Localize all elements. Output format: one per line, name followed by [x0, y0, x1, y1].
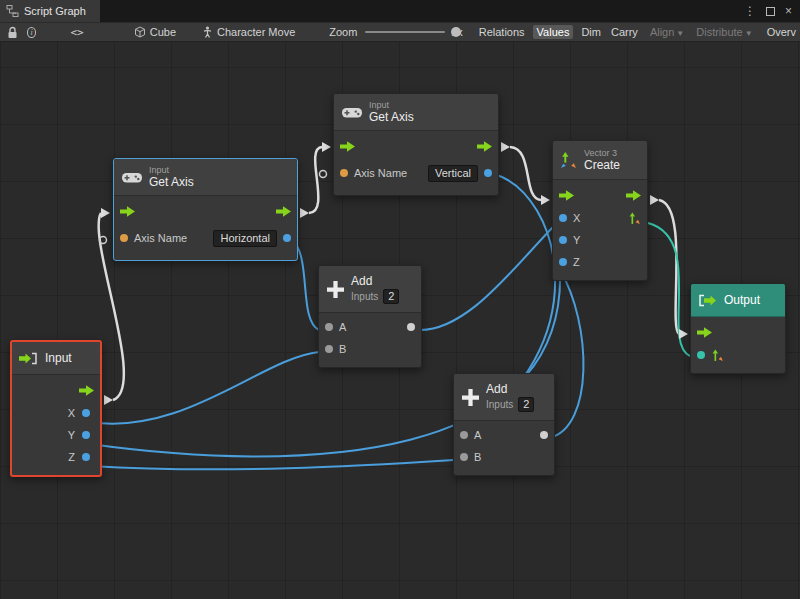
z-port[interactable]: [559, 258, 567, 266]
titlebar-spacer: [100, 0, 744, 22]
row-label: B: [339, 343, 346, 355]
string-port[interactable]: [120, 234, 128, 242]
titlebar: Script Graph ⋮ ×: [0, 0, 800, 22]
flow-arrowhead: [322, 142, 331, 152]
row-label: Y: [68, 429, 75, 441]
operand-a-port[interactable]: [325, 323, 333, 331]
tab-script-graph[interactable]: Script Graph: [0, 0, 100, 22]
wire-flow-getaxis-h-to-v[interactable]: [309, 147, 322, 213]
dim-toggle[interactable]: Dim: [577, 25, 605, 39]
graph-canvas[interactable]: Input Get Axis Axis Name Vertical: [0, 42, 800, 599]
sum-out-port[interactable]: [407, 323, 415, 331]
axis-name-field[interactable]: Horizontal: [213, 230, 277, 247]
wire-vector3-value-to-output[interactable]: [648, 223, 690, 356]
inputs-label: Inputs: [486, 399, 513, 410]
node-title: Input: [45, 351, 72, 365]
relations-toggle[interactable]: Relations: [475, 25, 529, 39]
values-toggle[interactable]: Values: [533, 25, 574, 39]
row-label: Y: [573, 234, 580, 246]
flow-arrowhead: [300, 208, 309, 218]
wire-flow-vector3-to-output[interactable]: [659, 200, 679, 334]
param-label: Axis Name: [134, 232, 187, 244]
row-label: A: [339, 321, 346, 333]
axis-name-field[interactable]: Vertical: [428, 165, 478, 182]
info-icon[interactable]: i: [27, 27, 36, 38]
row-label: Z: [68, 451, 75, 463]
node-add-2[interactable]: Add Inputs 2 A B: [453, 373, 555, 476]
character-move-icon: [202, 26, 213, 38]
z-out-port[interactable]: [82, 453, 90, 461]
input-icon: [19, 352, 38, 365]
operand-a-port[interactable]: [460, 431, 468, 439]
align-dropdown[interactable]: Align▼: [646, 25, 688, 39]
float-out-port[interactable]: [283, 234, 291, 242]
inputs-count-field[interactable]: 2: [383, 289, 399, 304]
gamepad-icon: [122, 171, 142, 184]
wire-add1-to-vector3-x[interactable]: [418, 224, 556, 330]
wire-input-x-to-add1-b[interactable]: [90, 352, 319, 424]
sum-out-port[interactable]: [540, 431, 548, 439]
node-title: Add: [351, 274, 399, 288]
operand-b-port[interactable]: [325, 345, 333, 353]
script-graph-window: Script Graph ⋮ × i <> Cube Character Mov…: [0, 0, 800, 599]
vector-type-icon: [711, 349, 724, 362]
node-get-axis-horizontal[interactable]: Input Get Axis Axis Name Horizontal: [113, 158, 298, 261]
overview-button[interactable]: Overv: [763, 25, 800, 39]
flow-arrowhead: [679, 329, 688, 339]
inputs-count-field[interactable]: 2: [518, 397, 534, 412]
node-vector3-create[interactable]: Vector 3 Create X: [552, 140, 648, 281]
zoom-slider[interactable]: [365, 31, 445, 33]
y-out-port[interactable]: [82, 431, 90, 439]
flow-in-port[interactable]: [559, 190, 574, 201]
wire-flow-getaxis-v-to-vector3[interactable]: [510, 147, 541, 200]
string-port[interactable]: [340, 169, 348, 177]
node-input[interactable]: Input X Y Z: [10, 340, 102, 477]
carry-toggle[interactable]: Carry: [607, 25, 642, 39]
row-label: X: [68, 407, 75, 419]
y-port[interactable]: [559, 236, 567, 244]
node-kind: Input: [149, 165, 194, 175]
x-out-port[interactable]: [82, 409, 90, 417]
lock-icon[interactable]: [7, 26, 18, 39]
chevron-down-icon: ▼: [745, 29, 753, 38]
operand-b-port[interactable]: [460, 453, 468, 461]
kebab-menu-icon[interactable]: ⋮: [744, 5, 756, 17]
code-view-icon[interactable]: <>: [70, 26, 83, 39]
node-get-axis-vertical[interactable]: Input Get Axis Axis Name Vertical: [333, 93, 499, 196]
float-out-port[interactable]: [484, 169, 492, 177]
flow-out-port[interactable]: [626, 190, 641, 201]
node-output[interactable]: Output: [690, 283, 786, 374]
flow-out-port[interactable]: [276, 206, 291, 217]
row-label: Z: [573, 256, 580, 268]
flow-out-port[interactable]: [477, 141, 492, 152]
graph-toolbar: i <> Cube Character Move Zoom 1x Relatio…: [0, 22, 800, 42]
close-icon[interactable]: ×: [785, 5, 792, 17]
vector-out-port[interactable]: [628, 212, 641, 225]
node-kind: Vector 3: [584, 148, 620, 158]
unconnected-port[interactable]: [100, 237, 107, 244]
vector-in-port[interactable]: [697, 351, 705, 359]
character-move-breadcrumb[interactable]: Character Move: [217, 26, 295, 38]
flow-in-port[interactable]: [120, 206, 135, 217]
row-label: A: [474, 429, 481, 441]
row-label: B: [474, 451, 481, 463]
flow-out-port[interactable]: [79, 385, 94, 396]
node-title: Get Axis: [149, 175, 194, 189]
vector3-icon: [560, 152, 577, 169]
flow-in-port[interactable]: [697, 327, 712, 338]
param-label: Axis Name: [354, 167, 407, 179]
maximize-icon[interactable]: [766, 7, 775, 16]
output-icon: [698, 294, 717, 307]
x-port[interactable]: [559, 214, 567, 222]
unconnected-port[interactable]: [320, 171, 327, 178]
node-add-1[interactable]: Add Inputs 2 A B: [318, 265, 422, 368]
distribute-dropdown[interactable]: Distribute▼: [692, 25, 756, 39]
plus-icon: [327, 281, 344, 298]
plus-icon: [462, 389, 479, 406]
node-title: Add: [486, 382, 534, 396]
cube-breadcrumb[interactable]: Cube: [150, 26, 176, 38]
gamepad-icon: [342, 106, 362, 119]
wire-input-z-to-add2-b[interactable]: [90, 460, 454, 469]
flow-in-port[interactable]: [340, 141, 355, 152]
inputs-label: Inputs: [351, 291, 378, 302]
